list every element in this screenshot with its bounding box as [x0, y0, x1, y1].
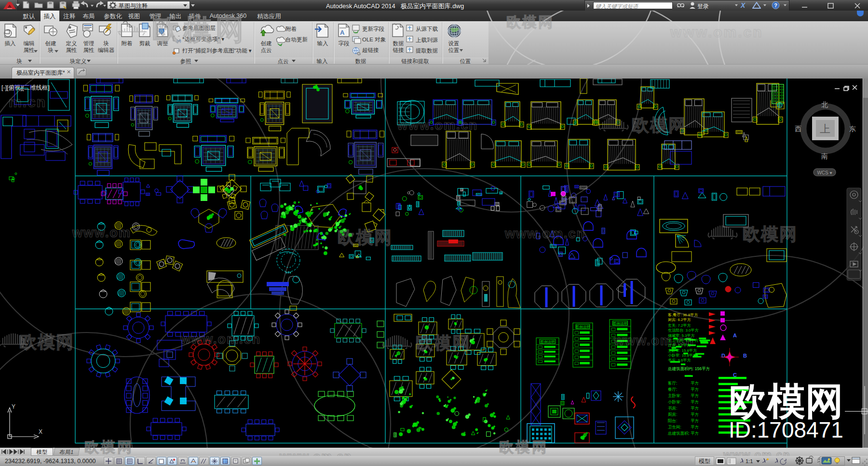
svg-text:东: 东 [849, 125, 856, 133]
svg-text:上载到源: 上载到源 [416, 37, 438, 43]
svg-text:块: 块 [103, 40, 109, 46]
svg-text:?: ? [774, 2, 777, 8]
svg-text:图例说明: 图例说明 [576, 325, 590, 329]
svg-text:平方: 平方 [691, 381, 699, 386]
svg-text:创建: 创建 [45, 40, 56, 46]
svg-text:属性: 属性 [83, 47, 95, 53]
svg-text:欧模网: 欧模网 [632, 115, 687, 135]
svg-text:链接和提取: 链接和提取 [401, 58, 429, 64]
svg-text:生活阳台: 3.0平方: 生活阳台: 3.0平方 [668, 328, 699, 333]
svg-text:点云: 点云 [261, 47, 272, 53]
svg-text:A: A [340, 29, 345, 36]
svg-text:www.om: www.om [72, 226, 131, 240]
svg-text:OLE 对象: OLE 对象 [362, 37, 386, 42]
svg-text:输入: 输入 [317, 58, 328, 64]
svg-text:链接: 链接 [393, 47, 405, 53]
svg-text:北: 北 [821, 101, 828, 108]
svg-text:Y: Y [12, 403, 15, 410]
svg-text:超链接: 超链接 [362, 47, 379, 53]
svg-text:块: 块 [47, 47, 54, 53]
svg-text:数据: 数据 [355, 58, 366, 64]
svg-text:字段: 字段 [339, 40, 350, 46]
svg-text:餐厅:: 餐厅: [668, 387, 677, 392]
svg-text:平方: 平方 [691, 399, 699, 404]
svg-text:♦♦♦: ♦♦♦ [285, 270, 291, 275]
svg-text:ID:1708471: ID:1708471 [729, 417, 843, 442]
svg-text:平方: 平方 [691, 418, 699, 423]
svg-text:平方: 平方 [691, 387, 699, 392]
svg-text:属性: 属性 [66, 47, 78, 53]
svg-text:总建筑面积约: 156平方: 总建筑面积约: 156平方 [667, 366, 710, 371]
svg-text:创建: 创建 [261, 40, 272, 46]
svg-text:自动更新: 自动更新 [285, 37, 308, 42]
svg-text:数据: 数据 [393, 40, 404, 46]
svg-text:平方: 平方 [691, 431, 699, 436]
svg-text:欧模网: 欧模网 [729, 380, 843, 423]
svg-text:总建筑面积:: 总建筑面积: [667, 431, 690, 436]
svg-text:块: 块 [16, 58, 22, 64]
svg-text:玄关: 7.2平方: 玄关: 7.2平方 [668, 323, 692, 328]
svg-text:www.om.cn: www.om.cn [397, 118, 478, 133]
svg-text:从源下载: 从源下载 [416, 26, 438, 32]
svg-text:输入: 输入 [317, 40, 329, 46]
svg-text:编辑器: 编辑器 [98, 47, 115, 53]
svg-text:欧模网: 欧模网 [743, 224, 798, 244]
svg-text:点云: 点云 [278, 58, 289, 64]
svg-text:平方: 平方 [691, 406, 699, 411]
svg-text:WCS ▾: WCS ▾ [817, 170, 832, 175]
svg-text:插入: 插入 [5, 40, 16, 46]
svg-text:参照: 参照 [180, 58, 191, 65]
svg-text:西: 西 [795, 125, 801, 133]
svg-text:南: 南 [821, 152, 828, 160]
svg-text:上: 上 [820, 123, 830, 135]
svg-text:www.om.cn: www.om.cn [504, 226, 585, 241]
svg-text:主卧室:: 主卧室: [668, 393, 681, 398]
svg-text:设置: 设置 [448, 40, 460, 46]
svg-text:欧模网: 欧模网 [416, 333, 471, 353]
svg-text:阳台:: 阳台: [668, 418, 677, 423]
svg-text:小卧室:: 小卧室: [668, 399, 681, 404]
svg-text:位置: 位置 [460, 58, 471, 64]
svg-text:X: X [39, 428, 42, 435]
svg-text:图例说明: 图例说明 [541, 340, 555, 344]
svg-text:客厅:: 客厅: [668, 381, 677, 386]
svg-text:编辑: 编辑 [24, 40, 35, 46]
svg-text:平方: 平方 [691, 393, 699, 398]
svg-text:管理: 管理 [83, 40, 95, 46]
svg-text:1:1: 1:1 [746, 458, 753, 464]
svg-text:欧模网: 欧模网 [19, 332, 74, 352]
svg-text:附着: 附着 [285, 26, 297, 32]
svg-text:图例说明: 图例说明 [613, 321, 627, 326]
svg-text:厨房:: 厨房: [668, 412, 677, 417]
svg-text:块定义: 块定义 [69, 58, 87, 64]
svg-text:客,餐厅: 36.8平方: 客,餐厅: 36.8平方 [668, 313, 698, 317]
svg-text:www.om.cn: www.om.cn [180, 332, 261, 346]
svg-text:厨房: 6.2平方: 厨房: 6.2平方 [668, 318, 692, 322]
svg-text:提取数据: 提取数据 [416, 48, 438, 53]
svg-text:欧模网: 欧模网 [338, 227, 393, 247]
svg-text:B: B [743, 353, 747, 359]
svg-text:卫生间:: 卫生间: [668, 425, 681, 429]
svg-text:A: A [733, 333, 737, 338]
svg-text:平方: 平方 [691, 412, 699, 417]
svg-text:书房:: 书房: [668, 406, 677, 411]
svg-text:D: D [721, 353, 725, 359]
svg-text:www.om.cn: www.om.cn [613, 333, 694, 348]
svg-text:平方: 平方 [691, 425, 699, 429]
svg-text:m.cn: m.cn [9, 94, 46, 110]
svg-text:位置: 位置 [448, 47, 460, 53]
svg-text:属性: 属性 [24, 47, 35, 53]
svg-text:更新字段: 更新字段 [362, 26, 385, 32]
svg-text:定义: 定义 [66, 40, 77, 46]
